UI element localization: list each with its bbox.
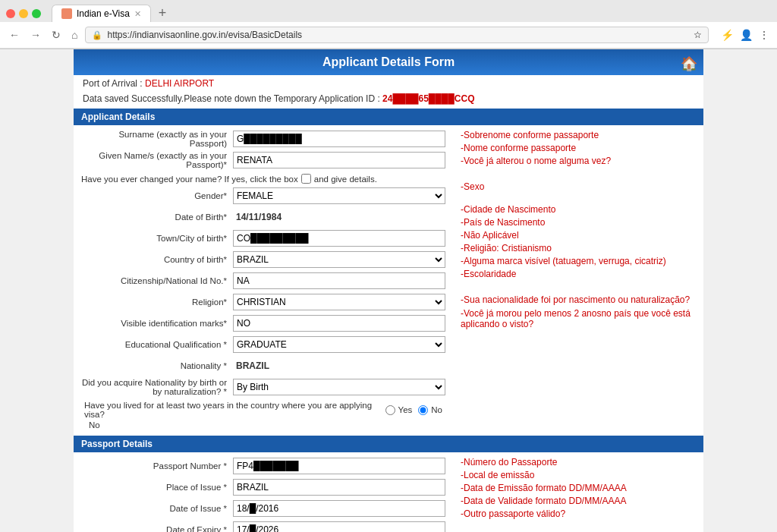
- annotation-gender: -Sexo: [461, 181, 696, 192]
- annotation-visible-marks: -Alguma marca visível (tatuagem, verruga…: [461, 256, 696, 266]
- nationality-row: Nationality * BRAZIL: [81, 357, 445, 375]
- edu-qual-label: Educational Qualification *: [81, 340, 233, 349]
- country-birth-select[interactable]: BRAZIL: [233, 251, 445, 268]
- edu-qual-select[interactable]: GRADUATE POST GRADUATE DIPLOMA HIGH SCHO…: [233, 336, 445, 353]
- url-display: https://indianvisaonline.gov.in/evisa/Ba…: [107, 30, 689, 40]
- passport-number-row: Passport Number *: [81, 457, 445, 475]
- maximize-button[interactable]: [32, 9, 41, 18]
- place-of-issue-label: Place of Issue *: [81, 483, 233, 492]
- two-year-no-radio[interactable]: [418, 405, 428, 415]
- menu-icon[interactable]: ⋮: [757, 27, 771, 42]
- annotation-two-year: -Você já morou pelo menos 2 anosno país …: [461, 308, 696, 329]
- home-icon[interactable]: 🏠: [681, 55, 697, 72]
- town-label: Town/City of birth*: [81, 234, 233, 243]
- new-tab-button[interactable]: +: [154, 5, 171, 21]
- annotation-town: -Cidade de Nascimento: [461, 204, 696, 215]
- tab-title: Indian e-Visa: [77, 8, 130, 19]
- surname-input[interactable]: [233, 131, 445, 147]
- acquired-row: Did you acquire Nationality by birth or …: [81, 378, 445, 396]
- dob-label: Date of Birth*: [81, 212, 233, 222]
- applicant-form-body: Surname (exactly as in your Passport) Gi…: [74, 125, 703, 434]
- date-of-expiry-input[interactable]: [233, 521, 445, 532]
- bookmark-icon[interactable]: ☆: [694, 30, 702, 40]
- tab-bar: Indian e-Visa ✕ +: [0, 0, 777, 22]
- name-change-checkbox[interactable]: [301, 174, 311, 184]
- nav-bar: ← → ↻ ⌂ 🔒 https://indianvisaonline.gov.i…: [0, 22, 777, 49]
- annotation-other-passport: -Outro passaporte válido?: [461, 508, 696, 519]
- page-title: Applicant Details Form: [322, 55, 455, 68]
- country-birth-label: Country of birth*: [81, 255, 233, 264]
- two-year-no-label[interactable]: No: [418, 405, 442, 415]
- save-info-bar: Data saved Successfully.Please note down…: [74, 92, 703, 105]
- annotation-place-of-issue: -Local de emissão: [461, 470, 696, 480]
- annotation-given-name: -Nome conforme passaporte: [461, 143, 696, 153]
- surname-row: Surname (exactly as in your Passport): [81, 130, 445, 148]
- religion-select[interactable]: CHRISTIAN HINDU MUSLIM BUDDHIST SIKH JAI…: [233, 294, 445, 310]
- two-year-no-text: No: [431, 405, 442, 414]
- town-input[interactable]: [233, 230, 445, 247]
- address-bar[interactable]: 🔒 https://indianvisaonline.gov.in/evisa/…: [85, 27, 709, 43]
- annotation-edu-qual: -Escolaridade: [461, 269, 696, 279]
- tab-favicon: [61, 8, 72, 19]
- passport-number-input[interactable]: [233, 458, 445, 474]
- citizenship-row: Citizenship/National Id No.*: [81, 272, 445, 290]
- forward-button[interactable]: →: [27, 27, 44, 42]
- form-left-panel: Surname (exactly as in your Passport) Gi…: [74, 125, 453, 434]
- annotation-surname: -Sobrenome conforme passaporte: [461, 130, 696, 140]
- profile-icon[interactable]: 👤: [738, 27, 754, 42]
- gender-label: Gender*: [81, 191, 233, 200]
- annotation-country-birth: -País de Nascimento: [461, 217, 696, 228]
- two-year-yes-radio[interactable]: [385, 405, 395, 415]
- country-birth-row: Country of birth* BRAZIL: [81, 250, 445, 269]
- acquired-select[interactable]: By Birth By Naturalization: [233, 379, 445, 395]
- annotation-date-of-expiry: -Data de Validade formato DD/MM/AAAA: [461, 496, 696, 506]
- annotation-name-change: -Você já alterou o nome alguma vez?: [461, 156, 696, 166]
- two-year-answer: No: [81, 420, 445, 430]
- date-of-issue-row: Date of Issue *: [81, 499, 445, 518]
- given-names-input[interactable]: [233, 152, 445, 168]
- port-label: Port of Arrival :: [83, 78, 145, 89]
- surname-label: Surname (exactly as in your Passport): [81, 130, 233, 148]
- applicant-section-header: Applicant Details: [74, 109, 703, 125]
- passport-section-header: Passport Details: [74, 436, 703, 452]
- nationality-label: Nationality *: [81, 361, 233, 370]
- close-button[interactable]: [6, 9, 15, 18]
- minimize-button[interactable]: [19, 9, 28, 18]
- back-button[interactable]: ←: [6, 27, 23, 42]
- acquired-label: Did you acquire Nationality by birth or …: [81, 378, 233, 396]
- two-year-yes-text: Yes: [398, 405, 413, 414]
- visible-marks-row: Visible identification marks*: [81, 314, 445, 332]
- passport-number-label: Passport Number *: [81, 461, 233, 471]
- home-nav-button[interactable]: ⌂: [68, 27, 80, 42]
- port-value: DELHI AIRPORT: [145, 78, 214, 89]
- tab-close-icon[interactable]: ✕: [134, 9, 141, 19]
- edu-qual-row: Educational Qualification * GRADUATE POS…: [81, 335, 445, 354]
- annotation-passport-number: -Número do Passaporte: [461, 457, 696, 467]
- extensions-icon[interactable]: ⚡: [719, 27, 735, 42]
- date-of-issue-label: Date of Issue *: [81, 504, 233, 513]
- passport-form-left: Passport Number * Place of Issue * Date …: [74, 452, 453, 532]
- dob-row: Date of Birth* 14/11/1984: [81, 208, 445, 226]
- lock-icon: 🔒: [92, 30, 102, 40]
- town-row: Town/City of birth*: [81, 229, 445, 247]
- visible-marks-label: Visible identification marks*: [81, 319, 233, 328]
- refresh-button[interactable]: ↻: [49, 27, 64, 42]
- two-year-text: Have you lived for at least two years in…: [84, 401, 379, 419]
- gender-row: Gender* FEMALE MALE TRANSGENDER: [81, 187, 445, 205]
- annotation-religion: -Religião: Cristianismo: [461, 243, 696, 253]
- citizenship-input[interactable]: [233, 272, 445, 289]
- nationality-value: BRAZIL: [233, 359, 445, 373]
- top-banner: Applicant Details Form 🏠: [74, 49, 703, 75]
- date-of-issue-input[interactable]: [233, 500, 445, 517]
- date-of-expiry-row: Date of Expiry *: [81, 521, 445, 532]
- save-info-prefix: Data saved Successfully.Please note down…: [83, 93, 382, 104]
- application-id: 24████65████CCQ: [382, 93, 474, 104]
- religion-label: Religion*: [81, 297, 233, 307]
- two-year-yes-label[interactable]: Yes: [385, 405, 413, 415]
- visible-marks-input[interactable]: [233, 315, 445, 332]
- name-change-text: Have you ever changed your name? If yes,…: [81, 175, 298, 184]
- gender-select[interactable]: FEMALE MALE TRANSGENDER: [233, 187, 445, 204]
- place-of-issue-input[interactable]: [233, 479, 445, 496]
- browser-tab[interactable]: Indian e-Visa ✕: [52, 5, 151, 22]
- page-content: Applicant Details Form 🏠 Port of Arrival…: [74, 49, 703, 532]
